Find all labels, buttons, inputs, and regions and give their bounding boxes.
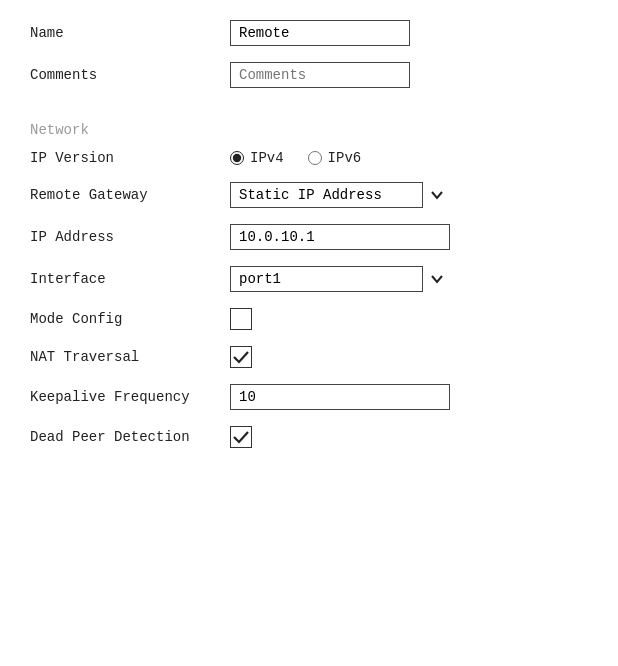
comments-input[interactable] bbox=[230, 62, 410, 88]
ip-address-row: IP Address bbox=[30, 224, 588, 250]
ipv4-label: IPv4 bbox=[250, 150, 284, 166]
ipv6-radio-label[interactable]: IPv6 bbox=[308, 150, 362, 166]
network-section: Network IP Version IPv4 IPv6 Remote Gate… bbox=[30, 122, 588, 448]
nat-traversal-row: NAT Traversal bbox=[30, 346, 588, 368]
network-section-label: Network bbox=[30, 122, 588, 138]
comments-row: Comments bbox=[30, 62, 588, 88]
keepalive-label: Keepalive Frequency bbox=[30, 389, 230, 405]
dead-peer-checkbox[interactable] bbox=[230, 426, 252, 448]
interface-select-wrapper: port1 port2 port3 bbox=[230, 266, 450, 292]
mode-config-checkbox[interactable] bbox=[230, 308, 252, 330]
remote-gateway-row: Remote Gateway Static IP Address Dynamic… bbox=[30, 182, 588, 208]
mode-config-row: Mode Config bbox=[30, 308, 588, 330]
interface-select[interactable]: port1 port2 port3 bbox=[230, 266, 450, 292]
name-label: Name bbox=[30, 25, 230, 41]
ipv6-label: IPv6 bbox=[328, 150, 362, 166]
keepalive-row: Keepalive Frequency bbox=[30, 384, 588, 410]
ipv4-radio[interactable] bbox=[230, 151, 244, 165]
ip-version-label: IP Version bbox=[30, 150, 230, 166]
interface-label: Interface bbox=[30, 271, 230, 287]
remote-gateway-select[interactable]: Static IP Address Dynamic DNS Dialup Use… bbox=[230, 182, 450, 208]
ipv4-radio-label[interactable]: IPv4 bbox=[230, 150, 284, 166]
mode-config-label: Mode Config bbox=[30, 311, 230, 327]
comments-label: Comments bbox=[30, 67, 230, 83]
dead-peer-label: Dead Peer Detection bbox=[30, 429, 230, 445]
name-input[interactable] bbox=[230, 20, 410, 46]
ip-version-row: IP Version IPv4 IPv6 bbox=[30, 150, 588, 166]
interface-row: Interface port1 port2 port3 bbox=[30, 266, 588, 292]
nat-traversal-checkbox[interactable] bbox=[230, 346, 252, 368]
dead-peer-row: Dead Peer Detection bbox=[30, 426, 588, 448]
ip-address-input[interactable] bbox=[230, 224, 450, 250]
remote-gateway-select-wrapper: Static IP Address Dynamic DNS Dialup Use… bbox=[230, 182, 450, 208]
ip-address-label: IP Address bbox=[30, 229, 230, 245]
remote-gateway-label: Remote Gateway bbox=[30, 187, 230, 203]
keepalive-input[interactable] bbox=[230, 384, 450, 410]
name-row: Name bbox=[30, 20, 588, 46]
nat-traversal-label: NAT Traversal bbox=[30, 349, 230, 365]
ip-version-radio-group: IPv4 IPv6 bbox=[230, 150, 361, 166]
ipv6-radio[interactable] bbox=[308, 151, 322, 165]
